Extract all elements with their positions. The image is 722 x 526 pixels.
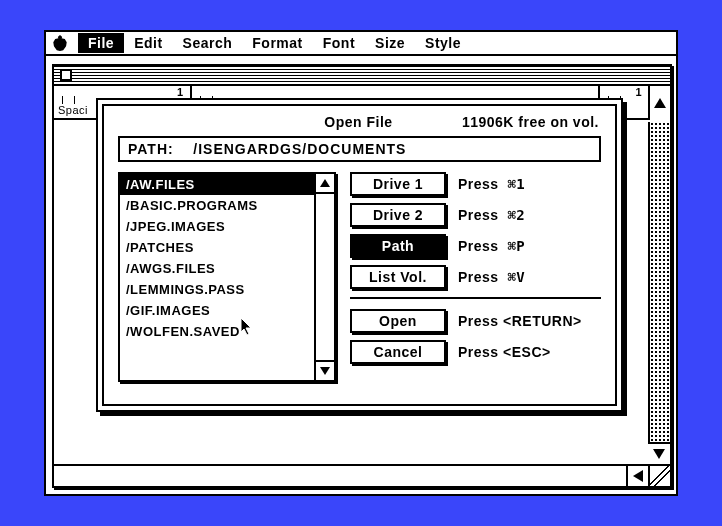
menu-font[interactable]: Font — [313, 33, 365, 53]
list-scroll-down-icon[interactable] — [316, 360, 334, 380]
file-item[interactable]: /AWGS.FILES — [120, 258, 314, 279]
cancel-hint: Press <ESC> — [458, 344, 551, 360]
drive2-hint: Press ⌘2 — [458, 207, 525, 223]
open-file-dialog: Open File 11906K free on vol. PATH: /ISE… — [96, 98, 623, 412]
file-item[interactable]: /JPEG.IMAGES — [120, 216, 314, 237]
file-list-box: /AW.FILES/BASIC.PROGRAMS/JPEG.IMAGES/PAT… — [118, 172, 336, 382]
ruler-number-left: 1 — [177, 86, 184, 98]
path-label: PATH: — [128, 141, 174, 157]
file-item[interactable]: /WOLFEN.SAVED — [120, 321, 314, 342]
desktop: File Edit Search Format Font Size Style … — [44, 30, 678, 496]
file-item[interactable]: /GIF.IMAGES — [120, 300, 314, 321]
close-box[interactable] — [60, 69, 72, 81]
drive2-button[interactable]: Drive 2 — [350, 203, 446, 227]
menu-size[interactable]: Size — [365, 33, 415, 53]
listvol-hint: Press ⌘V — [458, 269, 525, 285]
path-hint: Press ⌘P — [458, 238, 525, 254]
file-item[interactable]: /PATCHES — [120, 237, 314, 258]
menu-style[interactable]: Style — [415, 33, 471, 53]
file-item[interactable]: /BASIC.PROGRAMS — [120, 195, 314, 216]
ruler-label-left: Spaci — [58, 104, 88, 116]
listvol-button[interactable]: List Vol. — [350, 265, 446, 289]
vertical-scrollbar[interactable] — [648, 122, 670, 464]
menu-search[interactable]: Search — [173, 33, 243, 53]
path-button[interactable]: Path — [350, 234, 446, 258]
menubar: File Edit Search Format Font Size Style — [46, 32, 676, 56]
menu-file[interactable]: File — [78, 33, 124, 53]
dialog-title: Open File — [120, 114, 462, 130]
scroll-down-button[interactable] — [648, 442, 670, 464]
scroll-left-button[interactable] — [626, 466, 648, 486]
drive1-hint: Press ⌘1 — [458, 176, 525, 192]
menu-format[interactable]: Format — [242, 33, 312, 53]
file-item[interactable]: /AW.FILES — [120, 174, 314, 195]
file-item[interactable]: /LEMMINGS.PASS — [120, 279, 314, 300]
cancel-button[interactable]: Cancel — [350, 340, 446, 364]
apple-menu-icon[interactable] — [52, 35, 68, 51]
resize-handle[interactable] — [648, 466, 670, 486]
path-field[interactable]: PATH: /ISENGARDGS/DOCUMENTS — [118, 136, 601, 162]
free-space-label: 11906K free on vol. — [462, 114, 599, 130]
drive1-button[interactable]: Drive 1 — [350, 172, 446, 196]
ruler-number-right: 1 — [635, 86, 642, 98]
window-titlebar[interactable] — [54, 66, 670, 86]
path-value: /ISENGARDGS/DOCUMENTS — [193, 141, 406, 157]
open-hint: Press <RETURN> — [458, 313, 582, 329]
dialog-actions: Drive 1 Press ⌘1 Drive 2 Press ⌘2 Path P… — [350, 172, 601, 382]
file-list[interactable]: /AW.FILES/BASIC.PROGRAMS/JPEG.IMAGES/PAT… — [120, 174, 314, 380]
open-button[interactable]: Open — [350, 309, 446, 333]
scroll-up-button[interactable] — [648, 86, 670, 120]
file-list-scrollbar[interactable] — [314, 174, 334, 380]
menu-edit[interactable]: Edit — [124, 33, 172, 53]
list-scroll-up-icon[interactable] — [316, 174, 334, 194]
